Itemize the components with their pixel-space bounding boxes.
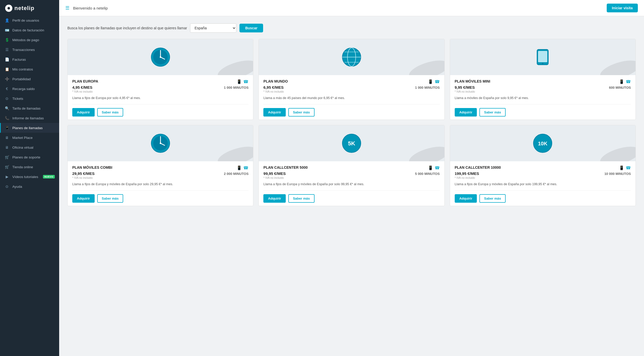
plan-device-icons: 📱 ☎ [428, 165, 440, 170]
search-bar: Busca los planes de llamadas que incluye… [67, 23, 636, 33]
sidebar-item-facturacion[interactable]: 🪪 Datos de facturación [0, 25, 59, 35]
nav-label-recarga: Recarga saldo [12, 87, 35, 91]
adquirir-button[interactable]: Adquirir [263, 194, 286, 203]
plan-price-row: 9,95 €/MES 600 MINUTOS [455, 85, 631, 90]
plan-icon-shadow [408, 57, 444, 75]
plan-icon-area [68, 39, 253, 75]
nav-label-perfil: Perfil de usuarios [12, 19, 39, 22]
plan-desc: Llama a fijos de Europa por solo 4,95 €*… [72, 96, 248, 101]
plan-price-row: 29,95 €/MES 2 000 MINUTOS [72, 171, 248, 176]
sidebar-item-facturas[interactable]: 📄 Facturas [0, 55, 59, 64]
plan-iva: * IVA no incluido [263, 90, 440, 93]
nav-label-soporte: Planes de soporte [12, 155, 40, 159]
buscar-button[interactable]: Buscar [239, 24, 263, 32]
nav-label-oficina: Oficina virtual [12, 146, 33, 149]
svg-point-12 [542, 63, 543, 64]
saber-mas-button[interactable]: Saber más [479, 194, 506, 203]
svg-point-17 [160, 143, 161, 144]
plan-minutes: 5 000 MINUTOS [415, 172, 440, 176]
logo-icon [5, 5, 12, 12]
country-select[interactable]: EspañaInternacionalEuropaMundo [190, 23, 236, 33]
plan-device-icons: 📱 ☎ [428, 79, 440, 84]
adquirir-button[interactable]: Adquirir [455, 194, 477, 203]
nav-label-marketplace: Market Place [12, 136, 33, 140]
menu-toggle-icon[interactable]: ☰ [65, 5, 69, 11]
plan-icon-area: 10K [450, 125, 636, 161]
nav-label-pago: Métodos de pago [12, 38, 39, 42]
topbar-title: Bienvenido a netelip [73, 6, 108, 10]
nav-icon-tickets: ⊙ [5, 96, 9, 101]
plan-body: PLAN CALLCENTER 5000 📱 ☎ 99,95 €/MES 5 0… [259, 161, 444, 206]
sidebar-item-portabilidad[interactable]: ➕ Portabilidad [0, 74, 59, 84]
adquirir-button[interactable]: Adquirir [455, 108, 477, 117]
phone-icon: ☎ [243, 79, 248, 84]
nav-label-planes: Planes de llamadas [12, 126, 43, 130]
plan-price-row: 6,95 €/MES 1 000 MINUTOS [263, 85, 440, 90]
adquirir-button[interactable]: Adquirir [72, 108, 95, 117]
nav-icon-perfil: 👤 [5, 18, 9, 22]
tablet-icon: 📱 [237, 165, 242, 170]
plan-minutes: 2 000 MINUTOS [224, 172, 248, 176]
tablet-icon: 📱 [619, 79, 624, 84]
phone-icon: ☎ [435, 165, 440, 170]
nav-icon-tarifa: 🔍 [5, 106, 9, 110]
plan-icon-shadow [600, 57, 636, 75]
plan-iva: * IVA no incluido [455, 176, 631, 179]
logo: netelip [0, 0, 59, 15]
plan-iva: * IVA no incluido [455, 90, 631, 93]
nav-icon-informe: 📞 [5, 116, 9, 120]
plan-title-row: PLAN CALLCENTER 5000 📱 ☎ [263, 165, 440, 170]
plan-price: 199,95 €/MES [455, 171, 479, 176]
sidebar-item-soporte[interactable]: 🛒 Planes de soporte [0, 152, 59, 162]
nav-icon-transacciones: ☰ [5, 48, 9, 52]
nav-label-contratos: Mis contratos [12, 67, 33, 71]
nav-icon-portabilidad: ➕ [5, 77, 9, 81]
iniciar-visita-button[interactable]: Iniciar visita [607, 4, 638, 12]
nav-icon-facturas: 📄 [5, 57, 9, 61]
sidebar-item-tickets[interactable]: ⊙ Tickets [0, 94, 59, 103]
plan-name: PLAN CALLCENTER 10000 [455, 165, 501, 170]
sidebar-item-recarga[interactable]: € Recarga saldo [0, 84, 59, 94]
plan-iva: * IVA no incluido [72, 176, 248, 179]
nav-icon-facturacion: 🪪 [5, 28, 9, 32]
plan-desc: Llama a fijos de Europa y móviles de Esp… [263, 182, 440, 187]
sidebar-item-oficina[interactable]: 🖥 Oficina virtual [0, 143, 59, 152]
logo-text: netelip [14, 5, 34, 12]
plan-minutes: 600 MINUTOS [609, 86, 631, 90]
saber-mas-button[interactable]: Saber más [288, 108, 315, 117]
sidebar-item-contratos[interactable]: 📋 Mis contratos [0, 64, 59, 74]
adquirir-button[interactable]: Adquirir [72, 194, 95, 203]
nav-icon-marketplace: 🖥 [5, 136, 9, 140]
nav-label-tickets: Tickets [12, 97, 23, 101]
sidebar-item-ayuda[interactable]: ⊙ Ayuda [0, 182, 59, 191]
nav-icon-tienda: 🛒 [5, 165, 9, 169]
saber-mas-button[interactable]: Saber más [479, 108, 506, 117]
sidebar-item-tarifa[interactable]: 🔍 Tarifa de llamadas [0, 103, 59, 113]
sidebar-item-marketplace[interactable]: 🖥 Market Place [0, 133, 59, 143]
sidebar-item-videos[interactable]: ▶ Vídeos tutoriales NUEVO [0, 172, 59, 182]
plan-body: PLAN CALLCENTER 10000 📱 ☎ 199,95 €/MES 1… [450, 161, 636, 206]
nav-label-facturas: Facturas [12, 58, 26, 61]
plan-card-plan-europa: PLAN EUROPA 📱 ☎ 4,95 €/MES 1 000 MINUTOS… [67, 39, 253, 120]
saber-mas-button[interactable]: Saber más [97, 194, 123, 203]
plan-name: PLAN MUNDO [263, 79, 288, 83]
plan-card-plan-callcenter-5000: 5K PLAN CALLCENTER 5000 📱 ☎ 99,95 €/MES … [258, 125, 444, 206]
saber-mas-button[interactable]: Saber más [97, 108, 123, 117]
tablet-icon: 📱 [428, 79, 433, 84]
sidebar-item-tienda[interactable]: 🛒 Tienda online [0, 162, 59, 172]
plan-body: PLAN MÓVILES COMBI 📱 ☎ 29,95 €/MES 2 000… [68, 161, 253, 206]
sidebar-item-perfil[interactable]: 👤 Perfil de usuarios [0, 15, 59, 25]
sidebar-item-planes[interactable]: 📱 Planes de llamadas [0, 123, 59, 133]
sidebar-item-transacciones[interactable]: ☰ Transacciones [0, 45, 59, 55]
sidebar-item-pago[interactable]: 💲 Métodos de pago [0, 35, 59, 45]
phone-icon: ☎ [626, 79, 631, 84]
plan-card-plan-callcenter-10000: 10K PLAN CALLCENTER 10000 📱 ☎ 199,95 €/M… [450, 125, 636, 206]
content-area: Busca los planes de llamadas que incluye… [59, 16, 644, 356]
plan-icon-shadow [600, 143, 636, 161]
saber-mas-button[interactable]: Saber más [288, 194, 315, 203]
plan-price-row: 99,95 €/MES 5 000 MINUTOS [263, 171, 440, 176]
adquirir-button[interactable]: Adquirir [263, 108, 286, 117]
sidebar-item-informe[interactable]: 📞 Informe de llamadas [0, 113, 59, 123]
nav-label-tarifa: Tarifa de llamadas [12, 106, 41, 110]
plan-price: 4,95 €/MES [72, 85, 92, 90]
